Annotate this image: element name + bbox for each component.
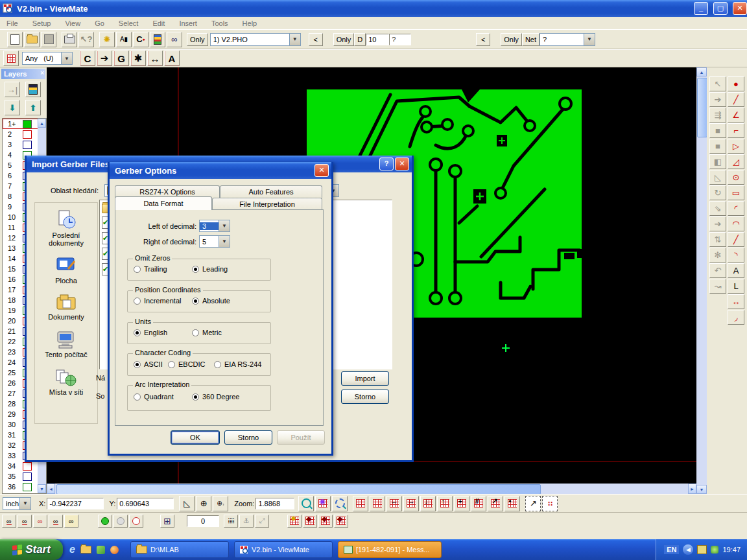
shape-tool-button[interactable]: ➔ <box>97 51 112 66</box>
menu-file[interactable]: File <box>6 19 18 27</box>
pad-diamond-sq-button[interactable]: ◆ <box>334 515 348 528</box>
only-dcode-button[interactable]: Only <box>333 33 355 46</box>
relative-origin-button[interactable]: ⊕˒ <box>213 496 228 511</box>
draw-tool-button[interactable]: ◞ <box>728 310 744 325</box>
radio-icon[interactable] <box>168 361 175 368</box>
apply-button[interactable]: Použít <box>277 430 325 445</box>
maximize-button[interactable]: ▢ <box>713 2 728 15</box>
pad-diamond-s-button[interactable]: ◆˒ <box>318 515 333 528</box>
view-traces-button[interactable]: ∞ <box>49 515 63 528</box>
menu-setup[interactable]: Setup <box>32 19 51 27</box>
select-items-button[interactable]: ⠶ <box>542 496 558 511</box>
dialog-help-button[interactable]: ? <box>379 158 394 170</box>
zoom-selection-button[interactable]: ◉ <box>315 496 331 511</box>
radio-ebcdic[interactable]: EBCDIC <box>168 360 206 368</box>
prev-layer-button[interactable]: < <box>309 33 323 46</box>
language-indicator[interactable]: EN <box>664 545 679 554</box>
gerber-dialog-titlebar[interactable]: Gerber Options ✕ <box>110 162 331 179</box>
radio-icon[interactable] <box>134 298 141 305</box>
tab-data-format[interactable]: Data Format <box>115 196 212 210</box>
import-cancel-button[interactable]: Storno <box>341 390 389 404</box>
pan-grid-button[interactable]: → <box>403 496 419 511</box>
edit-tool-button[interactable]: ↶ <box>709 263 726 278</box>
edit-tool-button[interactable]: ⇅ <box>709 232 726 247</box>
draw-tool-button[interactable]: ⌐ <box>728 123 744 138</box>
draw-tool-button[interactable]: ◠ <box>728 216 744 231</box>
shape-tool-button[interactable]: ✱ <box>130 51 146 66</box>
layer-color-swatch[interactable] <box>23 130 32 139</box>
measure-film-button[interactable]: A▮ <box>116 32 132 47</box>
layer-down-button[interactable]: ⬇ <box>5 100 20 115</box>
draw-tool-button[interactable]: ◿ <box>728 154 744 169</box>
radio-trailing[interactable]: Trailing <box>134 265 167 273</box>
menu-view[interactable]: View <box>65 19 80 27</box>
flash-aperture-button[interactable]: ✸ <box>287 515 302 528</box>
canvas-hscrollbar[interactable]: ◄ ► <box>47 484 696 494</box>
film-layers-button[interactable] <box>150 32 165 47</box>
tray-chevron-icon[interactable]: ◀ <box>683 544 693 555</box>
radio-ascii[interactable]: ASCII <box>134 360 163 368</box>
dcode-input[interactable]: 10 <box>366 34 389 45</box>
radio-incremental[interactable]: Incremental <box>134 297 181 305</box>
radio-icon[interactable] <box>134 393 141 401</box>
context-help-button[interactable]: ↖? <box>78 32 94 47</box>
highlight-off-button[interactable] <box>113 515 128 528</box>
print-button[interactable] <box>62 32 77 47</box>
task-messenger[interactable]: [191-482-091] - Mess... <box>338 541 442 558</box>
scrollbar-thumb[interactable] <box>56 484 541 495</box>
layers-panel-header[interactable]: Layers × <box>1 69 45 79</box>
pan-grid-button[interactable] <box>353 496 368 511</box>
task-viewmate[interactable]: V2.bin - ViewMate <box>234 541 333 558</box>
shape-tool-button[interactable]: C <box>80 51 95 66</box>
chevron-down-icon[interactable]: ▼ <box>219 236 230 247</box>
draw-tool-button[interactable]: ╱ <box>728 92 744 107</box>
radio-quadrant[interactable]: Quadrant <box>134 393 174 401</box>
tray-notes-icon[interactable] <box>697 545 707 554</box>
radio-icon[interactable] <box>192 329 199 336</box>
net-combobox[interactable]: ? ▼ <box>540 33 595 46</box>
shape-tool-button[interactable]: A <box>164 51 180 66</box>
only-layer-button[interactable]: Only <box>187 33 208 46</box>
aperture-filter-button[interactable] <box>3 51 19 66</box>
radio-icon[interactable] <box>192 298 199 305</box>
ie-icon[interactable]: e <box>69 544 75 555</box>
edit-tool-button[interactable]: ⇘ <box>709 201 726 216</box>
dialog-close-button[interactable]: ✕ <box>314 164 329 177</box>
edit-tool-button[interactable]: ➔ <box>709 92 726 107</box>
pan-grid-button[interactable]: • <box>504 496 520 511</box>
radio-icon[interactable] <box>134 266 141 273</box>
right-of-decimal-combobox[interactable]: 5 ▼ <box>199 235 230 248</box>
edit-tool-button[interactable]: ↻ <box>709 185 726 200</box>
highlight-on-button[interactable] <box>98 515 112 528</box>
draw-tool-button[interactable]: ∠ <box>728 108 744 122</box>
layer-color-swatch[interactable] <box>23 141 32 149</box>
edit-tool-button[interactable]: ■ <box>709 139 726 154</box>
place-my-computer[interactable]: Tento počítač <box>36 330 96 358</box>
menu-insert[interactable]: Insert <box>179 19 197 27</box>
tab-file-interpretation[interactable]: File Interpretation <box>212 198 322 210</box>
dialog-close-button[interactable]: ✕ <box>395 158 409 170</box>
menu-edit[interactable]: Edit <box>152 19 165 27</box>
draw-tool-button[interactable]: ◜ <box>728 201 744 216</box>
draw-tool-button[interactable]: ▭ <box>728 185 744 200</box>
dcode-button[interactable]: D <box>354 33 366 46</box>
canvas-vscrollbar[interactable]: ▲ ▼ <box>696 67 707 494</box>
edit-tool-button[interactable]: ✻ <box>709 248 726 262</box>
unit-combobox[interactable]: inch ▼ <box>3 497 31 510</box>
minimize-button[interactable]: _ <box>694 2 708 15</box>
shape-filter-combobox[interactable]: Any (U) ▼ <box>22 52 73 65</box>
menu-tools[interactable]: Tools <box>211 19 228 27</box>
radio-eia-rs244[interactable]: EIA RS-244 <box>214 360 261 368</box>
edit-tool-button[interactable]: ■ <box>709 123 726 138</box>
close-button[interactable]: ✕ <box>733 2 747 15</box>
new-file-button[interactable] <box>7 32 23 47</box>
place-desktop[interactable]: Plocha <box>36 256 96 285</box>
snap-move-button[interactable]: ⤢ <box>255 515 269 528</box>
radio-leading[interactable]: Leading <box>192 265 228 273</box>
chevron-down-icon[interactable]: ▼ <box>61 52 72 64</box>
net-button[interactable]: Net <box>522 33 540 46</box>
draw-tool-button[interactable]: ⊙ <box>728 170 744 185</box>
edit-tool-button[interactable]: ◺ <box>709 170 726 185</box>
circle-tool-button[interactable]: C● <box>133 32 148 47</box>
scroll-up-icon[interactable]: ▲ <box>696 67 707 76</box>
